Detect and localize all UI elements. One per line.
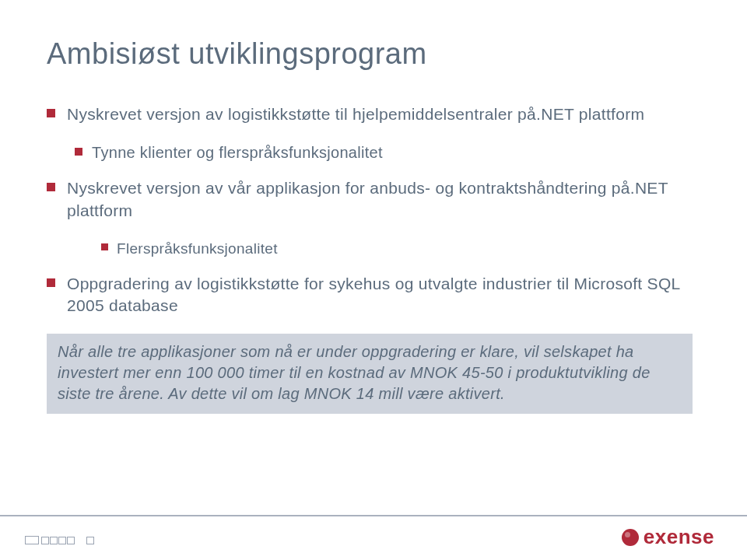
bullet-level1: Oppgradering av logistikkstøtte for syke… xyxy=(47,273,700,317)
slide-footer: exense xyxy=(0,515,747,560)
slide-title: Ambisiøst utviklingsprogram xyxy=(47,37,700,71)
bullet-level1: Nyskrevet versjon av logistikkstøtte til… xyxy=(47,103,700,125)
logo-text: exense xyxy=(644,525,714,549)
slide-content: Nyskrevet versjon av logistikkstøtte til… xyxy=(47,103,700,414)
bullet-level3: Flerspråksfunksjonalitet xyxy=(47,239,700,259)
bullet-level1: Nyskrevet versjon av vår applikasjon for… xyxy=(47,177,700,222)
footer-squares-icon xyxy=(25,532,94,544)
brand-logo: exense xyxy=(622,525,714,549)
slide: Ambisiøst utviklingsprogram Nyskrevet ve… xyxy=(0,0,747,560)
logo-dot-icon xyxy=(622,529,639,546)
bullet-level2: Tynne klienter og flerspråksfunksjonalit… xyxy=(47,142,700,163)
callout-box: Når alle tre applikasjoner som nå er und… xyxy=(47,334,693,414)
